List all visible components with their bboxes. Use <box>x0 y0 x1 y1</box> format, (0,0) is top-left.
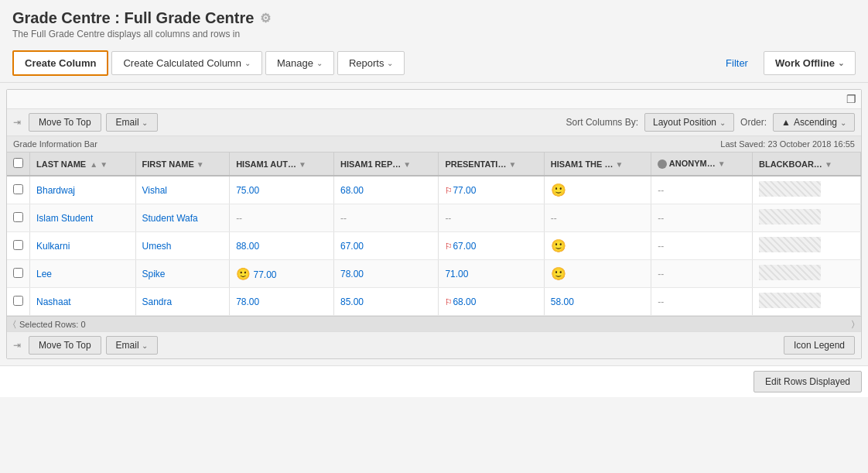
top-action-bar: ⇥ Move To Top Email ⌄ Sort Columns By: L… <box>7 109 861 136</box>
cell-last-name[interactable]: Kulkarni <box>30 232 136 260</box>
cell-col4: 78.00 <box>333 260 438 288</box>
cell-col5: -- <box>439 204 544 232</box>
select-all-header[interactable] <box>7 153 30 176</box>
cell-last-name[interactable]: Lee <box>30 260 136 288</box>
page-title: Grade Centre : Full Grade Centre ⚙ <box>12 9 856 27</box>
sort-arrow-icon: ▲ <box>90 160 97 169</box>
cell-last-name[interactable]: Nashaat <box>30 288 136 316</box>
row-checkbox[interactable] <box>13 240 23 250</box>
cell-col4: 67.00 <box>333 232 438 260</box>
col-options-icon[interactable]: ▼ <box>508 160 516 169</box>
striped-cell <box>759 209 821 225</box>
title-text: Grade Centre : Full Grade Centre <box>12 9 254 27</box>
icon-legend-button[interactable]: Icon Legend <box>784 336 855 355</box>
row-checkbox-cell <box>7 176 30 204</box>
cell-col8 <box>752 260 860 288</box>
ascending-icon: ▲ <box>781 117 791 128</box>
cell-first-name[interactable]: Spike <box>135 260 230 288</box>
arrow-left-icon[interactable]: ⇥ <box>13 340 21 351</box>
bottom-action-bar: ⇥ Move To Top Email ⌄ Icon Legend <box>7 331 861 358</box>
cell-col7: -- <box>651 232 753 260</box>
cell-col5: ⚐67.00 <box>439 232 544 260</box>
cell-col3: 🙂 77.00 <box>230 260 334 288</box>
col-hisam1-rep[interactable]: HISAM1 REP… ▼ <box>333 153 438 176</box>
move-to-top-label: Move To Top <box>39 117 91 128</box>
col-options-icon[interactable]: ▼ <box>299 160 306 169</box>
work-offline-button[interactable]: Work Offline ⌄ <box>764 51 856 75</box>
col-options-icon[interactable]: ▼ <box>718 159 726 168</box>
cell-first-name[interactable]: Student Wafa <box>135 204 230 232</box>
move-to-top-button-top[interactable]: Move To Top <box>29 113 101 132</box>
cell-col3: -- <box>230 204 334 232</box>
col-presentati[interactable]: PRESENTATI… ▼ <box>439 153 544 176</box>
sort-label: Sort Columns By: <box>566 117 638 128</box>
smiley-icon: 🙂 <box>236 267 251 280</box>
table-row: BhardwajVishal75.0068.00⚐77.00🙂-- <box>7 176 861 204</box>
col-options-icon[interactable]: ▼ <box>196 160 204 169</box>
row-checkbox[interactable] <box>13 268 23 278</box>
cell-col5: ⚐68.00 <box>439 288 544 316</box>
create-column-button[interactable]: Create Column <box>12 50 108 76</box>
cell-first-name[interactable]: Sandra <box>135 288 230 316</box>
col-hisam1-the[interactable]: HISAM1 THE … ▼ <box>544 153 651 176</box>
striped-cell <box>759 181 821 197</box>
col-options-icon[interactable]: ▼ <box>403 160 411 169</box>
col-options-icon[interactable]: ▼ <box>825 160 832 169</box>
table-row: Islam StudentStudent Wafa---------- <box>7 204 861 232</box>
grade-table: LAST NAME ▲ ▼ FIRST NAME ▼ HISAM1 AUT… ▼… <box>7 153 861 316</box>
order-dropdown[interactable]: ▲ Ascending ⌄ <box>773 113 855 132</box>
scroll-left-icon[interactable]: 〈 <box>13 319 16 329</box>
select-all-checkbox[interactable] <box>13 158 23 168</box>
order-value-label: Ascending <box>794 117 837 128</box>
edit-rows-button[interactable]: Edit Rows Displayed <box>754 371 862 392</box>
expand-icon[interactable]: ❐ <box>846 93 856 105</box>
cell-last-name[interactable]: Bhardwaj <box>30 176 136 204</box>
footer-bar: Edit Rows Displayed <box>0 365 868 397</box>
row-checkbox[interactable] <box>13 212 23 222</box>
col-anonym[interactable]: ANONYM… ▼ <box>651 153 753 176</box>
striped-cell <box>759 293 821 308</box>
cell-first-name[interactable]: Vishal <box>135 176 230 204</box>
cell-col8 <box>752 232 860 260</box>
order-label: Order: <box>740 117 767 128</box>
row-checkbox-cell <box>7 232 30 260</box>
selected-rows-bar: 〈 Selected Rows: 0 〉 <box>7 316 861 331</box>
cell-last-name[interactable]: Islam Student <box>30 204 136 232</box>
email-button-bottom[interactable]: Email ⌄ <box>106 336 158 355</box>
manage-button[interactable]: Manage ⌄ <box>265 51 334 75</box>
flag-icon: ⚐ <box>445 297 453 307</box>
chevron-down-icon: ⌄ <box>142 118 148 127</box>
cell-col4: 85.00 <box>333 288 438 316</box>
smiley-icon: 🙂 <box>551 183 566 197</box>
col-blackboar[interactable]: BLACKBOAR… ▼ <box>752 153 860 176</box>
cell-col8 <box>752 176 860 204</box>
info-bar-left: Grade Information Bar <box>13 139 97 149</box>
cell-col8 <box>752 288 860 316</box>
sort-controls: Sort Columns By: Layout Position ⌄ Order… <box>566 113 855 132</box>
col-options-icon[interactable]: ▼ <box>100 160 108 169</box>
email-label: Email <box>116 117 139 128</box>
striped-cell <box>759 265 821 280</box>
filter-link[interactable]: Filter <box>726 57 748 69</box>
main-content-area: ❐ ⇥ Move To Top Email ⌄ Sort Columns By:… <box>6 89 862 359</box>
email-button-top[interactable]: Email ⌄ <box>106 113 158 132</box>
chevron-down-icon: ⌄ <box>387 59 393 67</box>
arrow-left-icon[interactable]: ⇥ <box>13 117 21 128</box>
col-hisam1-aut[interactable]: HISAM1 AUT… ▼ <box>230 153 334 176</box>
scroll-right-icon[interactable]: 〉 <box>852 319 855 329</box>
cell-col4: 68.00 <box>333 176 438 204</box>
col-options-icon[interactable]: ▼ <box>616 160 624 169</box>
row-checkbox[interactable] <box>13 296 23 306</box>
row-checkbox[interactable] <box>13 184 23 194</box>
move-to-top-button-bottom[interactable]: Move To Top <box>29 336 101 355</box>
col-last-name[interactable]: LAST NAME ▲ ▼ <box>30 153 136 176</box>
reports-button[interactable]: Reports ⌄ <box>337 51 405 75</box>
row-checkbox-cell <box>7 260 30 288</box>
sort-by-dropdown[interactable]: Layout Position ⌄ <box>644 113 734 132</box>
table-row: LeeSpike🙂 77.0078.0071.00🙂-- <box>7 260 861 288</box>
create-calculated-column-button[interactable]: Create Calculated Column ⌄ <box>111 51 261 75</box>
col-first-name[interactable]: FIRST NAME ▼ <box>135 153 230 176</box>
cell-first-name[interactable]: Umesh <box>135 232 230 260</box>
table-header-row: LAST NAME ▲ ▼ FIRST NAME ▼ HISAM1 AUT… ▼… <box>7 153 861 176</box>
cell-col6: -- <box>544 204 651 232</box>
